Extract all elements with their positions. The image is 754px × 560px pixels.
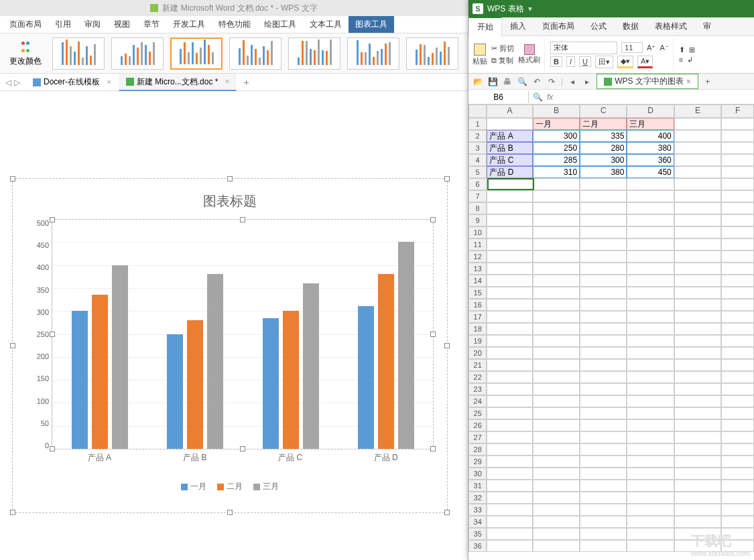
cell[interactable] bbox=[580, 178, 627, 190]
cell[interactable] bbox=[627, 190, 674, 202]
cell[interactable] bbox=[627, 371, 674, 383]
cell[interactable] bbox=[721, 178, 754, 190]
sheet-menu-tab[interactable]: 开始 bbox=[468, 17, 502, 36]
cell[interactable] bbox=[674, 202, 721, 214]
cell[interactable] bbox=[674, 468, 721, 480]
cell[interactable] bbox=[580, 383, 627, 395]
fx-icon[interactable]: fx bbox=[547, 92, 553, 102]
cell[interactable] bbox=[674, 371, 721, 383]
cell[interactable]: 380 bbox=[580, 166, 627, 178]
column-header[interactable]: B bbox=[533, 104, 580, 118]
cell[interactable] bbox=[487, 528, 532, 540]
cell[interactable] bbox=[627, 443, 674, 456]
align-left-icon[interactable]: ≡ bbox=[679, 56, 683, 64]
close-icon[interactable]: × bbox=[225, 77, 229, 86]
row-header[interactable]: 21 bbox=[468, 359, 487, 371]
cell[interactable] bbox=[627, 287, 674, 299]
undo-icon[interactable]: ↶ bbox=[531, 76, 542, 87]
cell[interactable] bbox=[533, 504, 580, 516]
spreadsheet-grid[interactable]: ABCDEF 1一月二月三月2产品 A3003354003产品 B2502803… bbox=[468, 104, 754, 552]
ribbon-tab-4[interactable]: 章节 bbox=[137, 16, 166, 33]
cell[interactable] bbox=[721, 287, 754, 299]
row-header[interactable]: 15 bbox=[468, 287, 487, 299]
cell[interactable] bbox=[721, 275, 754, 287]
close-icon[interactable]: × bbox=[107, 78, 111, 87]
chart-style-thumb[interactable] bbox=[288, 38, 340, 70]
row-header[interactable]: 9 bbox=[468, 214, 487, 226]
cell[interactable]: 一月 bbox=[533, 118, 580, 130]
row-header[interactable]: 25 bbox=[468, 407, 487, 419]
chart-style-thumb[interactable] bbox=[406, 38, 458, 70]
cell[interactable] bbox=[721, 263, 754, 275]
cell[interactable]: 二月 bbox=[580, 118, 627, 130]
cell[interactable] bbox=[580, 456, 627, 468]
cell[interactable] bbox=[627, 335, 674, 347]
cell[interactable] bbox=[487, 456, 532, 468]
cell[interactable] bbox=[627, 359, 674, 371]
cell[interactable] bbox=[627, 504, 674, 516]
cell[interactable] bbox=[627, 226, 674, 238]
cell[interactable] bbox=[674, 299, 721, 311]
font-size-select[interactable]: 11 bbox=[621, 42, 643, 53]
cell[interactable] bbox=[533, 528, 580, 540]
cell[interactable] bbox=[533, 431, 580, 443]
cell[interactable] bbox=[674, 251, 721, 263]
ribbon-tab-6[interactable]: 特色功能 bbox=[212, 16, 257, 33]
cell[interactable] bbox=[487, 226, 532, 238]
cell[interactable]: 310 bbox=[533, 166, 580, 178]
ribbon-tab-7[interactable]: 绘图工具 bbox=[257, 16, 303, 33]
cell[interactable]: 300 bbox=[580, 154, 627, 166]
cell[interactable] bbox=[487, 516, 532, 528]
cell[interactable] bbox=[533, 540, 580, 552]
column-header[interactable]: D bbox=[627, 104, 674, 118]
column-header[interactable]: C bbox=[580, 104, 627, 118]
cell[interactable] bbox=[487, 287, 532, 299]
cell[interactable] bbox=[674, 456, 721, 468]
cell[interactable] bbox=[487, 178, 532, 190]
sheet-menu-tab[interactable]: 插入 bbox=[502, 17, 534, 36]
cell[interactable] bbox=[533, 419, 580, 431]
cell[interactable] bbox=[580, 516, 627, 528]
cell[interactable] bbox=[721, 311, 754, 323]
resize-handle[interactable] bbox=[227, 176, 233, 182]
cell[interactable] bbox=[487, 540, 532, 552]
cell[interactable] bbox=[721, 371, 754, 383]
cell[interactable] bbox=[674, 443, 721, 456]
cell[interactable] bbox=[721, 456, 754, 468]
cell[interactable] bbox=[487, 214, 532, 226]
cell[interactable] bbox=[721, 516, 754, 528]
cell[interactable] bbox=[721, 299, 754, 311]
border-button[interactable]: 田▾ bbox=[595, 56, 613, 68]
cell[interactable] bbox=[721, 347, 754, 359]
cell[interactable] bbox=[487, 371, 532, 383]
print-icon[interactable]: 🖶 bbox=[502, 76, 513, 87]
row-header[interactable]: 13 bbox=[468, 263, 487, 275]
cell[interactable] bbox=[580, 214, 627, 226]
row-header[interactable]: 27 bbox=[468, 431, 487, 443]
cell[interactable] bbox=[674, 226, 721, 238]
document-tab[interactable]: 新建 Micro...文档.doc *× bbox=[119, 74, 237, 91]
cell[interactable] bbox=[674, 383, 721, 395]
legend-item[interactable]: 一月 bbox=[181, 481, 206, 492]
cell[interactable]: 300 bbox=[533, 130, 580, 142]
change-color-button[interactable]: 更改颜色 bbox=[7, 38, 44, 68]
ribbon-tab-1[interactable]: 引用 bbox=[48, 16, 78, 33]
cell[interactable] bbox=[627, 468, 674, 480]
cell[interactable] bbox=[674, 407, 721, 419]
cell[interactable] bbox=[487, 251, 532, 263]
row-header[interactable]: 10 bbox=[468, 226, 487, 238]
cell[interactable] bbox=[580, 419, 627, 431]
add-sheet-icon[interactable]: + bbox=[702, 76, 713, 87]
chart-legend[interactable]: 一月二月三月 bbox=[13, 481, 447, 492]
cell[interactable] bbox=[721, 190, 754, 202]
cell[interactable] bbox=[721, 238, 754, 251]
wrap-icon[interactable]: ↲ bbox=[687, 56, 693, 64]
redo-icon[interactable]: ↷ bbox=[546, 76, 557, 87]
chart-object[interactable]: 图表标题 500450400350300250200150100500 产品 A… bbox=[12, 178, 448, 513]
decrease-font-icon[interactable]: A⁻ bbox=[659, 44, 668, 52]
cell[interactable] bbox=[721, 214, 754, 226]
cell[interactable] bbox=[533, 456, 580, 468]
cell[interactable] bbox=[627, 263, 674, 275]
open-icon[interactable]: 📂 bbox=[473, 76, 483, 87]
resize-handle[interactable] bbox=[10, 176, 15, 182]
